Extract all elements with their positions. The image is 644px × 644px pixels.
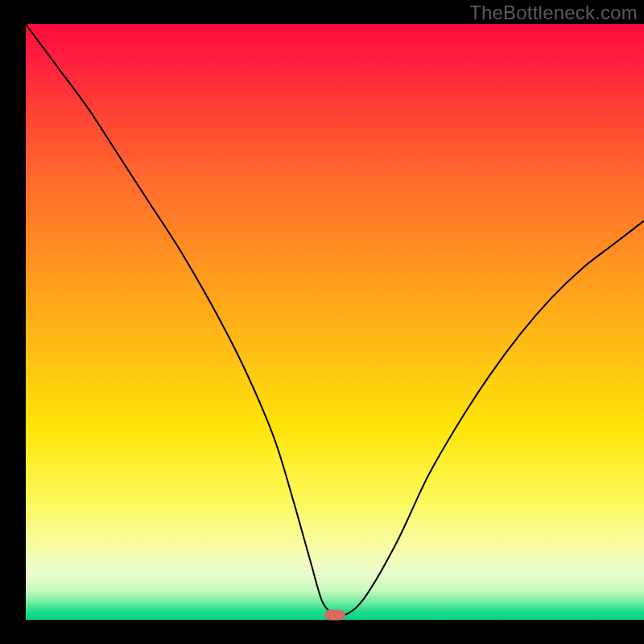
optimal-point-marker [324, 610, 345, 621]
bottleneck-curve [26, 24, 644, 620]
chart-container: TheBottleneck.com [0, 0, 644, 644]
watermark-text: TheBottleneck.com [469, 2, 638, 24]
plot-area [26, 24, 644, 620]
